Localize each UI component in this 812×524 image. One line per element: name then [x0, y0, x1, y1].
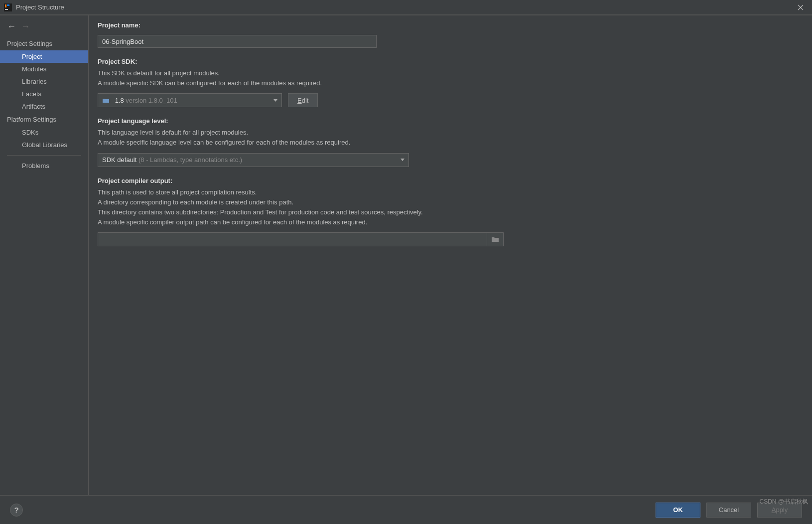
project-sdk-combo[interactable]: 1.8 version 1.8.0_101	[98, 93, 282, 107]
compiler-output-desc2: A directory corresponding to each module…	[98, 197, 802, 207]
project-sdk-section: Project SDK: This SDK is default for all…	[98, 58, 802, 107]
chevron-down-icon	[401, 159, 405, 161]
project-name-input[interactable]	[98, 35, 377, 48]
project-name-label: Project name:	[98, 21, 802, 29]
sdk-selected-sub: version 1.8.0_101	[126, 97, 177, 104]
sidebar-item-sdks[interactable]: SDKs	[0, 126, 88, 139]
project-name-section: Project name:	[98, 21, 802, 48]
compiler-output-desc3: This directory contains two subdirectori…	[98, 207, 802, 217]
folder-icon	[102, 98, 110, 104]
content-panel: Project name: Project SDK: This SDK is d…	[89, 15, 812, 495]
edit-sdk-button[interactable]: Edit	[288, 93, 318, 107]
back-arrow-icon[interactable]: ←	[7, 21, 16, 32]
svg-rect-3	[5, 9, 8, 10]
project-sdk-label: Project SDK:	[98, 58, 802, 65]
forward-arrow-icon: →	[21, 21, 30, 32]
chevron-down-icon	[273, 99, 277, 102]
language-level-desc2: A module specific language level can be …	[98, 138, 802, 148]
ok-button[interactable]: OK	[656, 503, 700, 518]
sidebar-divider	[7, 155, 81, 156]
language-level-label: Project language level:	[98, 117, 802, 125]
sidebar-item-global-libraries[interactable]: Global Libraries	[0, 139, 88, 151]
compiler-output-section: Project compiler output: This path is us…	[98, 177, 802, 247]
sidebar-heading-platform-settings: Platform Settings	[0, 113, 88, 126]
compiler-output-desc4: A module specific compiler output path c…	[98, 217, 802, 227]
sidebar-item-project[interactable]: Project	[0, 50, 88, 63]
compiler-output-label: Project compiler output:	[98, 177, 802, 184]
sidebar-item-problems[interactable]: Problems	[0, 160, 88, 172]
compiler-output-input[interactable]	[98, 232, 487, 246]
language-level-desc1: This language level is default for all p…	[98, 128, 802, 138]
titlebar: Project Structure	[0, 0, 812, 15]
svg-rect-1	[5, 4, 6, 7]
langlevel-selected-main: SDK default	[102, 156, 136, 164]
cancel-button[interactable]: Cancel	[706, 503, 751, 518]
close-button[interactable]	[793, 0, 808, 15]
sidebar: ← → Project Settings Project Modules Lib…	[0, 15, 89, 495]
window-title: Project Structure	[16, 3, 64, 11]
svg-rect-2	[7, 4, 9, 6]
project-sdk-desc1: This SDK is default for all project modu…	[98, 68, 802, 78]
sdk-selected-main: 1.8	[115, 97, 124, 104]
sidebar-item-artifacts[interactable]: Artifacts	[0, 100, 88, 113]
compiler-output-desc1: This path is used to store all project c…	[98, 187, 802, 197]
help-button[interactable]: ?	[10, 504, 23, 517]
footer: ? OK Cancel Apply	[0, 495, 812, 524]
apply-button: Apply	[757, 503, 802, 518]
folder-icon	[491, 236, 499, 242]
sidebar-item-modules[interactable]: Modules	[0, 63, 88, 75]
language-level-section: Project language level: This language le…	[98, 117, 802, 167]
sidebar-item-facets[interactable]: Facets	[0, 88, 88, 100]
browse-button[interactable]	[487, 232, 504, 246]
langlevel-selected-sub: (8 - Lambdas, type annotations etc.)	[138, 156, 242, 164]
sidebar-heading-project-settings: Project Settings	[0, 37, 88, 50]
project-sdk-desc2: A module specific SDK can be configured …	[98, 78, 802, 88]
language-level-combo[interactable]: SDK default (8 - Lambdas, type annotatio…	[98, 153, 409, 167]
intellij-icon	[4, 3, 12, 11]
sidebar-item-libraries[interactable]: Libraries	[0, 75, 88, 88]
